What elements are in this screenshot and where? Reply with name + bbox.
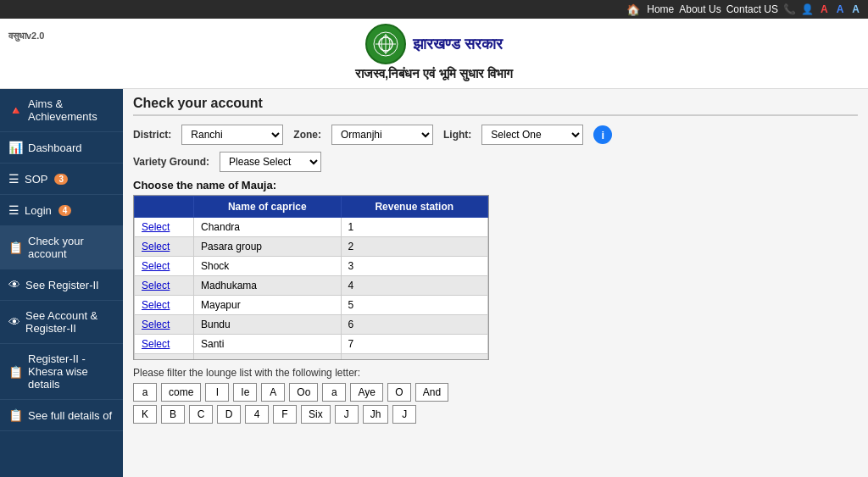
row-select-btn-0[interactable]: Select xyxy=(142,221,170,233)
variety-ground-select[interactable]: Please Select xyxy=(220,152,321,172)
filter-btn-row1-5[interactable]: Oo xyxy=(289,383,318,402)
sidebar: 🔺 Aims & Achievements 📊 Dashboard ☰ SOP … xyxy=(0,89,123,477)
filter-btn-row2-8[interactable]: Jh xyxy=(363,405,389,424)
sop-icon: ☰ xyxy=(8,172,19,186)
sidebar-item-check-account-label: Check your account xyxy=(28,235,114,260)
row-select-btn-5[interactable]: Select xyxy=(142,319,170,330)
sidebar-item-check-account[interactable]: 📋 Check your account xyxy=(0,226,123,269)
font-size-btn-1[interactable]: A xyxy=(819,3,830,15)
font-size-btn-2[interactable]: A xyxy=(835,3,846,15)
filter-btn-row1-6[interactable]: a xyxy=(322,383,346,402)
sidebar-item-see-register-label: See Register-II xyxy=(25,279,99,291)
mauja-table-container[interactable]: Name of caprice Revenue station Select C… xyxy=(133,195,489,360)
row-select-btn-4[interactable]: Select xyxy=(142,299,170,311)
zone-label: Zone: xyxy=(293,129,321,141)
form-row-variety: Variety Ground: Please Select xyxy=(133,152,858,172)
table-row: Select Shock 3 xyxy=(135,257,488,276)
row-name-4: Mayapur xyxy=(194,296,342,315)
filter-btn-row1-8[interactable]: O xyxy=(387,383,411,402)
filter-btn-row1-3[interactable]: Ie xyxy=(233,383,257,402)
sidebar-item-aims[interactable]: 🔺 Aims & Achievements xyxy=(0,89,123,132)
govt-logo xyxy=(365,24,406,64)
mauja-label: Choose the name of Mauja: xyxy=(133,179,858,191)
sidebar-item-see-register[interactable]: 👁 See Register-II xyxy=(0,269,123,301)
row-name-3: Madhukama xyxy=(194,276,342,296)
filter-btn-row2-1[interactable]: B xyxy=(161,405,185,424)
row-station-3: 4 xyxy=(341,276,488,296)
section-title: Check your account xyxy=(133,96,858,116)
header-logo-area: झारखण्ड सरकार xyxy=(365,24,503,64)
sidebar-item-login-label: Login xyxy=(25,204,52,217)
filter-btn-row1-9[interactable]: And xyxy=(415,383,448,402)
filter-row-2: KBCD4FSixJJhJ xyxy=(133,405,858,424)
main-content: Check your account District: Ranchi Zone… xyxy=(123,89,868,477)
light-select[interactable]: Select One xyxy=(481,125,583,145)
font-size-btn-3[interactable]: A xyxy=(850,3,861,15)
top-navigation: 🏠 Home About Us Contact US 📞 👤 A A A xyxy=(0,0,868,19)
row-name-7: Hochai xyxy=(194,354,342,361)
variety-ground-label: Variety Ground: xyxy=(133,156,209,168)
table-row: Select Mayapur 5 xyxy=(135,296,488,315)
check-account-icon: 📋 xyxy=(8,241,23,254)
filter-label: Please filter the lounge list with the f… xyxy=(133,367,858,379)
filter-btn-row2-4[interactable]: 4 xyxy=(245,405,269,424)
row-select-btn-6[interactable]: Select xyxy=(142,338,170,350)
see-full-icon: 📋 xyxy=(8,408,23,422)
sidebar-item-see-account[interactable]: 👁 See Account & Register-II xyxy=(0,301,123,344)
page-header: वसुधाv2.0 झारखण्ड सरकार राजस्व,निबंधन एव… xyxy=(0,19,868,89)
row-name-2: Shock xyxy=(194,257,342,276)
sidebar-item-register-khesra-label: Register-II - Khesra wise details xyxy=(28,352,114,391)
aims-icon: 🔺 xyxy=(8,103,23,117)
filter-btn-row1-1[interactable]: come xyxy=(161,383,201,402)
light-label: Light: xyxy=(443,129,471,141)
filter-btn-row2-6[interactable]: Six xyxy=(301,405,331,424)
row-station-7: 8 xyxy=(341,354,488,361)
vasudha-logo: वसुधाv2.0 xyxy=(8,27,44,42)
sidebar-item-login[interactable]: ☰ Login 4 xyxy=(0,195,123,226)
info-button[interactable]: i xyxy=(593,125,612,144)
sidebar-item-sop[interactable]: ☰ SOP 3 xyxy=(0,164,123,195)
register-khesra-icon: 📋 xyxy=(8,365,23,379)
header-title: झारखण्ड सरकार xyxy=(413,36,503,53)
district-select[interactable]: Ranchi xyxy=(181,125,283,145)
row-name-5: Bundu xyxy=(194,315,342,335)
table-row: Select Hochai 8 xyxy=(135,354,488,361)
table-row: Select Santi 7 xyxy=(135,335,488,354)
sidebar-item-see-full[interactable]: 📋 See full details of xyxy=(0,400,123,431)
sidebar-item-register-khesra[interactable]: 📋 Register-II - Khesra wise details xyxy=(0,344,123,400)
row-station-5: 6 xyxy=(341,315,488,335)
filter-btn-row2-2[interactable]: C xyxy=(189,405,213,424)
phone-icon: 📞 xyxy=(783,3,796,15)
home-icon: 🏠 xyxy=(626,3,640,16)
col-header-1 xyxy=(135,197,194,218)
filter-btn-row2-7[interactable]: J xyxy=(335,405,359,424)
row-select-btn-3[interactable]: Select xyxy=(142,280,170,291)
contact-link[interactable]: Contact US xyxy=(726,3,778,15)
filter-btn-row2-3[interactable]: D xyxy=(217,405,241,424)
home-link[interactable]: Home xyxy=(647,3,674,15)
login-icon: ☰ xyxy=(8,203,19,217)
person-icon: 👤 xyxy=(801,3,814,15)
row-select-btn-2[interactable]: Select xyxy=(142,260,170,272)
filter-btn-row1-0[interactable]: a xyxy=(133,383,157,402)
filter-btn-row2-9[interactable]: J xyxy=(392,405,416,424)
filter-btn-row1-7[interactable]: Aye xyxy=(350,383,382,402)
row-station-6: 7 xyxy=(341,335,488,354)
row-select-btn-1[interactable]: Select xyxy=(142,241,170,252)
see-account-icon: 👁 xyxy=(8,315,20,329)
filter-btn-row2-5[interactable]: F xyxy=(273,405,297,424)
row-select-btn-7[interactable]: Select xyxy=(142,358,170,360)
form-row-district: District: Ranchi Zone: Ormanjhi Light: S… xyxy=(133,125,858,145)
about-link[interactable]: About Us xyxy=(679,3,721,15)
filter-btn-row2-0[interactable]: K xyxy=(133,405,157,424)
table-row: Select Bundu 6 xyxy=(135,315,488,335)
row-station-2: 3 xyxy=(341,257,488,276)
login-badge: 4 xyxy=(58,205,72,216)
filter-btn-row1-4[interactable]: A xyxy=(261,383,285,402)
dashboard-icon: 📊 xyxy=(8,141,23,154)
zone-select[interactable]: Ormanjhi xyxy=(331,125,433,145)
filter-btn-row1-2[interactable]: I xyxy=(205,383,229,402)
table-row: Select Chandra 1 xyxy=(135,218,488,237)
col-header-2: Name of caprice xyxy=(194,197,342,218)
sidebar-item-dashboard[interactable]: 📊 Dashboard xyxy=(0,132,123,164)
